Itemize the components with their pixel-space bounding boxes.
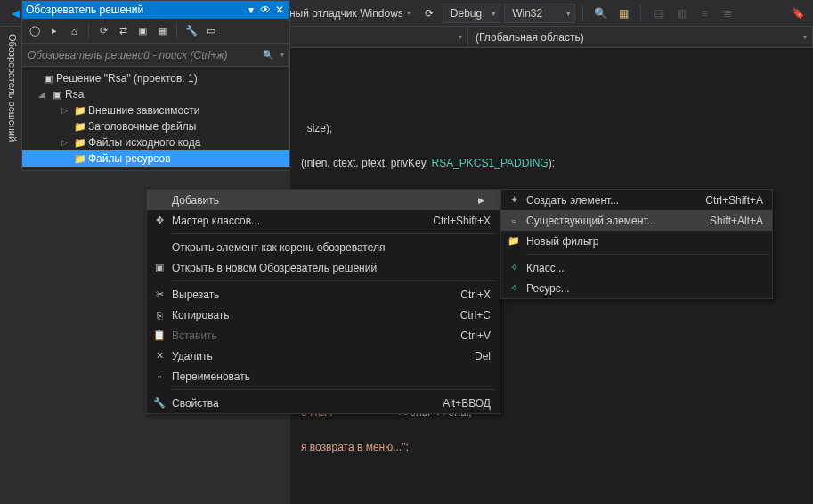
ctx-class[interactable]: ✧Класс... <box>501 257 772 278</box>
panel-pin-icon[interactable]: 👁 <box>259 4 272 16</box>
panel-refresh-button[interactable]: ⇄ <box>114 22 132 40</box>
ctx-cut[interactable]: ✂ВырезатьCtrl+X <box>147 284 500 305</box>
panel-collapse-button[interactable]: ▣ <box>134 22 151 40</box>
code-line: ); <box>549 157 555 169</box>
ctx-add[interactable]: Добавить▶ <box>147 190 500 210</box>
ctx-existing-item[interactable]: ▫Существующий элемент...Shift+Alt+A <box>501 210 772 231</box>
project-node[interactable]: ◢▣Rsa <box>22 86 289 102</box>
panel-home-button[interactable]: ⌂ <box>65 22 83 40</box>
code-nav-bar: (Глобальная область) <box>290 27 813 48</box>
code-nav-left[interactable] <box>290 27 468 47</box>
tb-misc3[interactable]: ≡ <box>695 4 714 23</box>
ctx-class-wizard[interactable]: ✥Мастер классов...Ctrl+Shift+X <box>147 210 500 231</box>
solution-search-input[interactable]: Обозреватель решений - поиск (Ctrl+ж)▾ <box>22 44 289 67</box>
code-nav-scope[interactable]: (Глобальная область) <box>468 27 813 47</box>
panel-preview-button[interactable]: ▭ <box>202 22 220 40</box>
ctx-new-filter[interactable]: 📁Новый фильтр <box>501 231 772 251</box>
folder-resources[interactable]: 📁Файлы ресурсов <box>22 150 289 167</box>
code-line: _size); <box>301 122 332 134</box>
code-line: ; <box>405 441 408 453</box>
panel-dropdown-icon[interactable]: ▾ <box>245 4 257 16</box>
context-menu: Добавить▶ ✥Мастер классов...Ctrl+Shift+X… <box>146 189 500 414</box>
ctx-open-new[interactable]: ▣Открыть в новом Обозреватель решений <box>147 257 500 278</box>
ctx-new-item[interactable]: ✦Создать элемент...Ctrl+Shift+A <box>501 190 772 210</box>
panel-titlebar: Обозреватель решений ▾ 👁 ✕ <box>22 1 289 19</box>
panel-back-button[interactable]: ◯ <box>26 22 44 40</box>
panel-sync-button[interactable]: ⟳ <box>94 22 112 40</box>
folder-headers[interactable]: 📁Заголовочные файлы <box>22 118 289 134</box>
panel-properties-button[interactable]: 🔧 <box>183 22 200 40</box>
code-line: (inlen, ctext, ptext, privKey, <box>301 157 432 169</box>
find-button[interactable]: 🔍 <box>590 4 610 23</box>
folder-external[interactable]: ▷📁Внешние зависимости <box>22 102 289 118</box>
code-token: RSA_PKCS1_PADDING <box>432 157 549 169</box>
config-combo[interactable]: Debug <box>443 4 500 23</box>
ctx-rename[interactable]: ▫Переименовать <box>147 366 500 386</box>
code-line: я возврата в меню..." <box>301 441 405 453</box>
ctx-paste: 📋ВставитьCtrl+V <box>147 325 500 345</box>
tb-misc2[interactable]: ▥ <box>671 4 691 23</box>
solution-explorer-tab[interactable]: Обозреватель решений <box>0 27 21 149</box>
tb-misc1[interactable]: ▤ <box>648 4 668 23</box>
ctx-delete[interactable]: ✕УдалитьDel <box>147 345 500 366</box>
bookmark-button[interactable]: 🔖 <box>788 4 808 23</box>
folder-source[interactable]: ▷📁Файлы исходного кода <box>22 134 289 150</box>
tb-misc4[interactable]: ≣ <box>718 4 737 23</box>
panel-fwd-button[interactable]: ▸ <box>45 22 63 40</box>
panel-showall-button[interactable]: ▦ <box>153 22 171 40</box>
panel-close-icon[interactable]: ✕ <box>273 4 286 16</box>
context-submenu-add: ✦Создать элемент...Ctrl+Shift+A ▫Существ… <box>500 189 773 299</box>
platform-combo[interactable]: Win32 <box>504 4 575 23</box>
layout-button[interactable]: ▦ <box>614 4 633 23</box>
solution-explorer-panel: Обозреватель решений ▾ 👁 ✕ ◯ ▸ ⌂ ⟳ ⇄ ▣ ▦… <box>21 0 290 171</box>
solution-tree: ▣Решение "Rsa" (проектов: 1) ◢▣Rsa ▷📁Вне… <box>22 67 289 170</box>
panel-toolbar: ◯ ▸ ⌂ ⟳ ⇄ ▣ ▦ 🔧 ▭ <box>22 19 289 44</box>
solution-node[interactable]: ▣Решение "Rsa" (проектов: 1) <box>22 70 289 86</box>
panel-title: Обозреватель решений <box>26 4 143 16</box>
ctx-copy[interactable]: ⎘КопироватьCtrl+C <box>147 305 500 325</box>
ctx-resource[interactable]: ✧Ресурс... <box>501 278 772 298</box>
ctx-properties[interactable]: 🔧СвойстваAlt+ВВОД <box>147 393 500 413</box>
refresh-button[interactable]: ⟳ <box>419 4 439 23</box>
ctx-open-root[interactable]: Открыть элемент как корень обозревателя <box>147 237 500 257</box>
